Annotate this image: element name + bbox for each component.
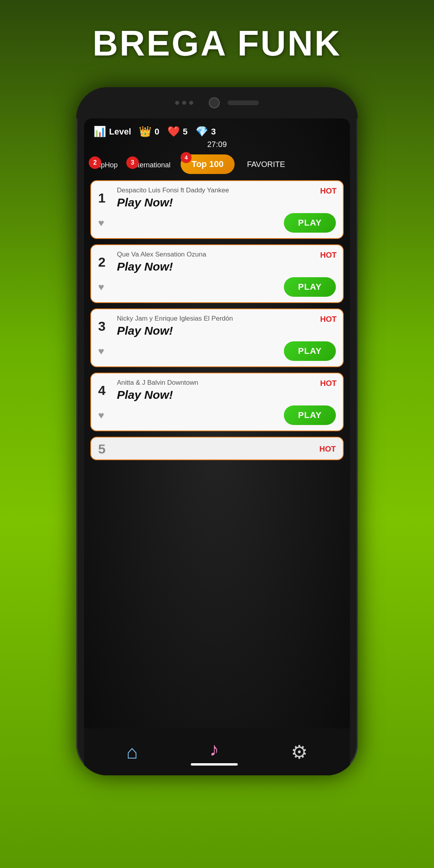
- song-title-4: Play Now!: [117, 388, 336, 402]
- tab-international[interactable]: 3 International: [128, 160, 174, 169]
- crown-icon: 👑: [139, 126, 151, 138]
- play-button-4[interactable]: PLAY: [284, 405, 336, 425]
- hot-label-2: HOT: [320, 251, 337, 260]
- front-camera: [209, 97, 220, 108]
- tab-hiphop[interactable]: 2 HipHop: [90, 160, 122, 169]
- tab-top100[interactable]: 4 Top 100: [181, 154, 235, 174]
- level-stat: 📊 Level: [93, 126, 131, 138]
- favorite-heart-1[interactable]: ♥: [98, 217, 104, 229]
- song-card-3-bottom: ♥ PLAY: [98, 341, 336, 361]
- song-subtitle-1: Despacito Luis Fonsi ft Daddy Yankee: [117, 187, 336, 194]
- hiphop-badge: 2: [89, 156, 101, 169]
- song-title-1: Play Now!: [117, 196, 336, 209]
- nav-settings[interactable]: ⚙: [291, 741, 308, 763]
- song-list: 1 Despacito Luis Fonsi ft Daddy Yankee P…: [84, 177, 350, 728]
- heart-count: 5: [183, 127, 188, 137]
- song-info-1: Despacito Luis Fonsi ft Daddy Yankee Pla…: [112, 187, 336, 209]
- international-badge: 3: [126, 156, 139, 169]
- song-rank-5: 5: [98, 441, 106, 457]
- gem-stat: 💎 3: [195, 126, 216, 138]
- song-card-1-bottom: ♥ PLAY: [98, 213, 336, 233]
- top100-label: Top 100: [192, 159, 224, 169]
- active-tab-indicator: [191, 763, 238, 766]
- phone-speaker: [228, 100, 259, 105]
- bottom-navigation: ⌂ ♪ ⚙: [84, 728, 350, 775]
- song-card-2-bottom: ♥ PLAY: [98, 277, 336, 297]
- song-card-2: 2 Que Va Alex Sensation Ozuna Play Now! …: [90, 244, 344, 303]
- gem-icon: 💎: [195, 126, 208, 138]
- phone-top-bar: [76, 87, 358, 118]
- timer-display: 27:09: [84, 140, 350, 151]
- song-rank-2: 2: [98, 255, 112, 270]
- favorite-heart-3[interactable]: ♥: [98, 345, 104, 357]
- song-card-3: 3 Nicky Jam y Enrique Iglesias El Perdón…: [90, 308, 344, 367]
- level-label: Level: [109, 127, 131, 137]
- favorite-heart-4[interactable]: ♥: [98, 409, 104, 421]
- play-button-3[interactable]: PLAY: [284, 341, 336, 361]
- hot-label-4: HOT: [320, 379, 337, 388]
- hot-label-1: HOT: [320, 187, 337, 195]
- song-info-2: Que Va Alex Sensation Ozuna Play Now!: [112, 251, 336, 273]
- song-card-3-top: 3 Nicky Jam y Enrique Iglesias El Perdón…: [98, 315, 336, 337]
- stats-bar: 📊 Level 👑 0 ❤️ 5 💎 3: [84, 118, 350, 140]
- tab-favorite[interactable]: FAVORITE: [241, 155, 291, 174]
- settings-icon: ⚙: [291, 741, 308, 763]
- nav-music[interactable]: ♪: [191, 739, 238, 766]
- music-icon: ♪: [210, 739, 219, 760]
- phone-frame: 📊 Level 👑 0 ❤️ 5 💎 3 27:09: [76, 87, 358, 775]
- heart-icon: ❤️: [167, 126, 180, 138]
- song-subtitle-4: Anitta & J Balvin Downtown: [117, 379, 336, 387]
- hot-label-3: HOT: [320, 315, 337, 324]
- song-card-partial: 5 HOT: [90, 437, 344, 460]
- crown-count: 0: [154, 127, 159, 137]
- song-rank-1: 1: [98, 190, 112, 206]
- song-subtitle-3: Nicky Jam y Enrique Iglesias El Perdón: [117, 315, 336, 323]
- song-rank-4: 4: [98, 383, 112, 398]
- chart-icon: 📊: [93, 126, 106, 138]
- phone-sensors: [175, 101, 193, 105]
- phone-screen: 📊 Level 👑 0 ❤️ 5 💎 3 27:09: [84, 118, 350, 775]
- home-icon: ⌂: [126, 741, 138, 763]
- page-title: BREGA FUNK: [93, 23, 342, 64]
- top100-badge: 4: [181, 152, 192, 163]
- crown-stat: 👑 0: [139, 126, 159, 138]
- song-subtitle-2: Que Va Alex Sensation Ozuna: [117, 251, 336, 258]
- song-rank-3: 3: [98, 319, 112, 334]
- song-card-2-top: 2 Que Va Alex Sensation Ozuna Play Now!: [98, 251, 336, 273]
- screen-content: 📊 Level 👑 0 ❤️ 5 💎 3 27:09: [84, 118, 350, 775]
- song-card-4-top: 4 Anitta & J Balvin Downtown Play Now!: [98, 379, 336, 402]
- favorite-label: FAVORITE: [241, 155, 291, 174]
- play-button-2[interactable]: PLAY: [284, 277, 336, 297]
- song-card-1: 1 Despacito Luis Fonsi ft Daddy Yankee P…: [90, 180, 344, 239]
- category-tabs: 2 HipHop 3 International 4 Top 100 FAVOR…: [84, 151, 350, 177]
- hot-label-5: HOT: [319, 445, 336, 454]
- gem-count: 3: [211, 127, 216, 137]
- song-card-1-top: 1 Despacito Luis Fonsi ft Daddy Yankee P…: [98, 187, 336, 209]
- song-info-3: Nicky Jam y Enrique Iglesias El Perdón P…: [112, 315, 336, 337]
- song-card-4-bottom: ♥ PLAY: [98, 405, 336, 425]
- song-title-2: Play Now!: [117, 260, 336, 273]
- favorite-heart-2[interactable]: ♥: [98, 281, 104, 293]
- play-button-1[interactable]: PLAY: [284, 213, 336, 233]
- song-card-4: 4 Anitta & J Balvin Downtown Play Now! H…: [90, 373, 344, 431]
- song-info-4: Anitta & J Balvin Downtown Play Now!: [112, 379, 336, 402]
- nav-home[interactable]: ⌂: [126, 741, 138, 763]
- heart-stat: ❤️ 5: [167, 126, 188, 138]
- song-title-3: Play Now!: [117, 324, 336, 337]
